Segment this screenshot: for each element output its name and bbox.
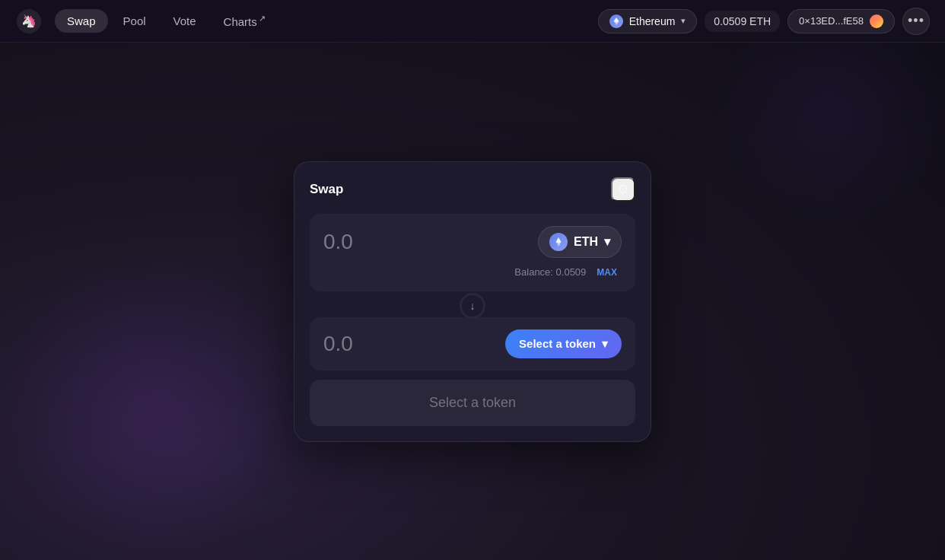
nav-right: Ethereum ▾ 0.0509 ETH 0×13ED...fE58 •••	[598, 8, 930, 35]
to-token-chevron: ▾	[602, 337, 608, 351]
more-button[interactable]: •••	[902, 8, 930, 35]
from-token-chevron: ▾	[604, 234, 610, 249]
from-token-box: ETH ▾ Balance: 0.0509 MAX	[310, 214, 635, 291]
swap-card: Swap ⚙ ETH ▾	[294, 161, 651, 442]
app-logo: 🦄	[15, 8, 43, 35]
network-selector[interactable]: Ethereum ▾	[598, 9, 698, 33]
down-arrow-icon: ↓	[470, 300, 476, 312]
to-token-box: Select a token ▾	[310, 317, 635, 371]
to-amount-input[interactable]	[323, 332, 476, 356]
wallet-avatar	[870, 14, 883, 28]
swap-direction-wrap: ↓	[310, 293, 635, 319]
swap-title: Swap	[310, 182, 343, 197]
navbar: 🦄 Swap Pool Vote Charts↗ Ethereum ▾ 0.05…	[0, 0, 945, 43]
to-token-selector[interactable]: Select a token ▾	[505, 329, 622, 358]
balance-label: Balance: 0.0509	[514, 266, 586, 278]
from-token-symbol: ETH	[574, 235, 598, 249]
nav-links: Swap Pool Vote Charts↗	[55, 8, 278, 33]
swap-card-header: Swap ⚙	[310, 177, 635, 202]
nav-vote[interactable]: Vote	[161, 9, 208, 33]
wallet-balance: 0.0509 ETH	[705, 11, 780, 32]
wallet-button[interactable]: 0×13ED...fE58	[788, 9, 895, 33]
main-content: Swap ⚙ ETH ▾	[0, 43, 945, 560]
more-icon: •••	[908, 13, 924, 29]
network-chevron: ▾	[681, 16, 686, 26]
nav-pool[interactable]: Pool	[111, 9, 158, 33]
nav-swap[interactable]: Swap	[55, 9, 108, 33]
eth-token-icon	[549, 233, 568, 251]
select-token-label: Select a token	[519, 337, 596, 350]
action-button-label: Select a token	[429, 395, 516, 410]
nav-charts[interactable]: Charts↗	[212, 8, 278, 33]
gear-icon: ⚙	[617, 181, 629, 198]
from-amount-input[interactable]	[323, 230, 476, 254]
swap-direction-button[interactable]: ↓	[460, 293, 485, 319]
ethereum-icon	[609, 14, 623, 28]
settings-button[interactable]: ⚙	[611, 177, 635, 202]
svg-text:🦄: 🦄	[21, 14, 37, 28]
action-button[interactable]: Select a token	[310, 380, 635, 426]
from-token-row: ETH ▾	[323, 226, 622, 258]
wallet-address: 0×13ED...fE58	[799, 15, 864, 27]
to-token-row: Select a token ▾	[323, 329, 622, 358]
max-button[interactable]: MAX	[592, 266, 622, 279]
balance-row: Balance: 0.0509 MAX	[323, 266, 622, 279]
from-token-selector[interactable]: ETH ▾	[538, 226, 622, 258]
network-name: Ethereum	[629, 15, 676, 27]
